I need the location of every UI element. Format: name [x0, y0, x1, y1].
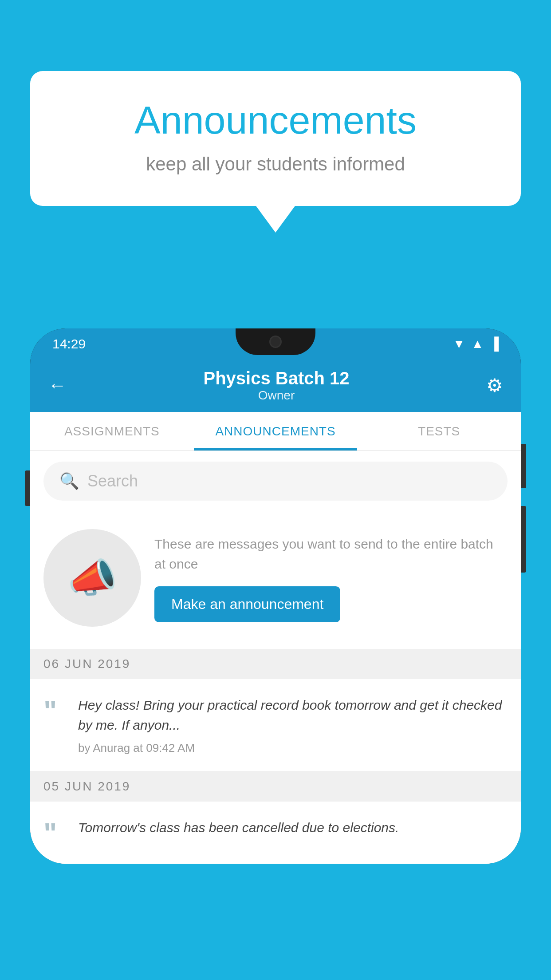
promo-icon-circle: 📣 [43, 529, 141, 627]
phone-wrapper: 14:29 ▼ ▲ ▐ ← Physics Batch 12 Owner ⚙ A… [30, 328, 521, 980]
tab-announcements[interactable]: ANNOUNCEMENTS [194, 412, 358, 450]
date-separator-2: 05 JUN 2019 [30, 771, 521, 802]
bubble-subtitle: keep all your students informed [66, 154, 485, 175]
date-separator-1: 06 JUN 2019 [30, 649, 521, 679]
announcement-item-2[interactable]: " Tomorrow's class has been cancelled du… [30, 802, 521, 864]
status-time: 14:29 [52, 336, 86, 352]
phone-notch [236, 328, 315, 355]
side-button-power [521, 444, 526, 488]
date-label-2: 05 JUN 2019 [43, 779, 130, 793]
speech-bubble-section: Announcements keep all your students inf… [30, 71, 521, 233]
side-button-volume [25, 470, 30, 506]
batch-role: Owner [203, 388, 349, 403]
quote-icon-1: " [43, 697, 66, 725]
announcement-meta-1: by Anurag at 09:42 AM [78, 741, 508, 755]
announcement-item-1[interactable]: " Hey class! Bring your practical record… [30, 679, 521, 771]
speech-bubble-card: Announcements keep all your students inf… [30, 71, 521, 206]
search-icon: 🔍 [59, 472, 79, 490]
announcement-text-1: Hey class! Bring your practical record b… [78, 695, 508, 755]
back-button[interactable]: ← [48, 375, 67, 396]
promo-description: These are messages you want to send to t… [154, 534, 508, 574]
bubble-tail [256, 206, 295, 233]
make-announcement-button[interactable]: Make an announcement [154, 586, 340, 622]
search-bar[interactable]: 🔍 Search [43, 462, 508, 501]
announcement-message-1: Hey class! Bring your practical record b… [78, 695, 508, 735]
megaphone-icon: 📣 [67, 555, 117, 601]
bubble-title: Announcements [66, 98, 485, 143]
wifi-icon: ▼ [453, 337, 465, 351]
tabs-bar: ASSIGNMENTS ANNOUNCEMENTS TESTS [30, 412, 521, 451]
announcement-message-2: Tomorrow's class has been cancelled due … [78, 818, 508, 838]
phone-frame: 14:29 ▼ ▲ ▐ ← Physics Batch 12 Owner ⚙ A… [30, 328, 521, 864]
app-header: ← Physics Batch 12 Owner ⚙ [30, 359, 521, 412]
announcement-text-2: Tomorrow's class has been cancelled due … [78, 818, 508, 844]
promo-text-area: These are messages you want to send to t… [154, 534, 508, 622]
search-placeholder: Search [87, 472, 138, 490]
header-center: Physics Batch 12 Owner [203, 368, 349, 403]
tab-assignments[interactable]: ASSIGNMENTS [30, 412, 194, 450]
tab-tests[interactable]: TESTS [357, 412, 521, 450]
batch-title: Physics Batch 12 [203, 368, 349, 388]
settings-icon[interactable]: ⚙ [486, 375, 503, 396]
search-container: 🔍 Search [30, 451, 521, 511]
signal-icon: ▲ [471, 337, 484, 351]
content-area: 🔍 Search 📣 These are messages you want t… [30, 451, 521, 864]
battery-icon: ▐ [490, 337, 499, 351]
front-camera [269, 336, 282, 348]
side-button-volume-down [521, 506, 526, 573]
status-icons: ▼ ▲ ▐ [453, 337, 499, 351]
promo-section: 📣 These are messages you want to send to… [30, 511, 521, 649]
quote-icon-2: " [43, 819, 66, 848]
date-label-1: 06 JUN 2019 [43, 657, 130, 671]
